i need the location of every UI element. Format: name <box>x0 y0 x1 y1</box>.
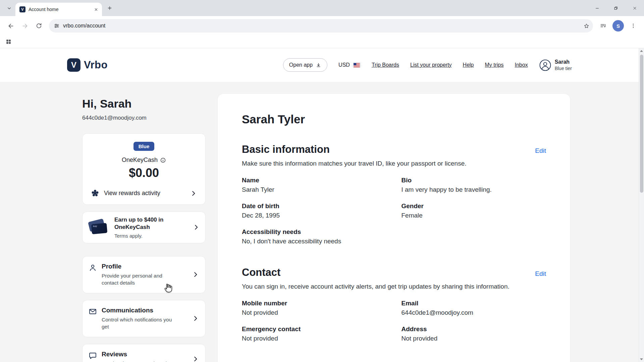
vrbo-favicon-icon: V <box>19 6 25 12</box>
menu-item-subtitle: Provide your personal and contact detail… <box>102 273 179 287</box>
reload-icon <box>36 22 42 29</box>
open-app-button[interactable]: Open app <box>283 58 327 72</box>
field-value: Dec 28, 1995 <box>242 212 387 219</box>
bookmark-button[interactable] <box>581 20 592 31</box>
credit-card-image: Key <box>88 219 109 236</box>
window-minimize-button[interactable] <box>588 0 606 16</box>
section-header: Basic information Edit <box>242 143 546 156</box>
menu-item-text: Reviews Read reviews you've shared <box>102 351 167 362</box>
field-value: 644c0de1@moodjoy.com <box>401 309 546 316</box>
account-sidebar: Hi, Sarah 644c0de1@moodjoy.com Blue OneK… <box>82 94 206 362</box>
restore-icon <box>613 6 619 11</box>
onekey-flower-icon <box>91 189 100 198</box>
star-icon <box>583 23 590 29</box>
apps-grid-icon[interactable] <box>5 39 12 45</box>
browser-tab-account-home[interactable]: V Account home <box>15 3 102 16</box>
reload-button[interactable] <box>32 19 46 33</box>
field-label: Accessibility needs <box>242 228 387 236</box>
field-address: Address Not provided <box>401 325 546 342</box>
chevron-right-icon <box>192 355 199 362</box>
field-mobile-number: Mobile number Not provided <box>242 300 387 316</box>
menu-item-text: Profile Provide your personal and contac… <box>102 263 179 287</box>
minimize-icon <box>595 6 600 11</box>
profile-circle-icon <box>539 59 551 71</box>
new-tab-button[interactable] <box>105 3 115 13</box>
onekeycash-balance: $0.00 <box>90 166 198 180</box>
url-text[interactable]: vrbo.com/account <box>63 23 578 29</box>
view-rewards-activity-label: View rewards activity <box>104 190 160 197</box>
scrollbar-thumb[interactable] <box>640 55 643 193</box>
tab-search-button[interactable] <box>4 3 14 13</box>
scrollbar-down-arrow[interactable] <box>639 357 644 362</box>
field-value: I am very happy to be travelling. <box>401 186 546 193</box>
info-icon[interactable] <box>160 157 166 163</box>
greeting-heading: Hi, Sarah <box>82 97 206 110</box>
nav-my-trips[interactable]: My trips <box>485 62 504 68</box>
scrollbar-up-arrow[interactable] <box>639 48 644 54</box>
section-description: You can sign in, receive account activit… <box>242 283 546 290</box>
back-button[interactable] <box>4 19 17 33</box>
onekeycash-label-row: OneKeyCash <box>90 157 198 164</box>
nav-trip-boards[interactable]: Trip Boards <box>372 62 399 68</box>
nav-inbox[interactable]: Inbox <box>515 62 528 68</box>
tier-badge: Blue <box>133 142 155 151</box>
field-emergency-contact: Emergency contact Not provided <box>242 325 387 342</box>
field-value: Not provided <box>242 335 387 342</box>
page-scrollbar[interactable] <box>639 48 644 362</box>
field-label: Emergency contact <box>242 325 387 333</box>
field-date-of-birth: Date of birth Dec 28, 1995 <box>242 202 387 219</box>
currency-code: USD <box>338 62 350 68</box>
page-viewport: V Vrbo Open app USD Trip Boards List you… <box>0 48 644 362</box>
media-controls-button[interactable] <box>596 19 610 33</box>
onekeycash-promo-card[interactable]: Key Earn up to $400 in OneKeyCash Terms … <box>82 212 206 243</box>
edit-contact-link[interactable]: Edit <box>535 270 546 278</box>
window-controls <box>588 0 644 16</box>
account-email: 644c0de1@moodjoy.com <box>82 115 206 121</box>
nav-list-your-property[interactable]: List your property <box>410 62 452 68</box>
view-rewards-activity-link[interactable]: View rewards activity <box>90 187 198 200</box>
nav-help[interactable]: Help <box>463 62 474 68</box>
sidebar-item-profile[interactable]: Profile Provide your personal and contac… <box>82 256 206 293</box>
currency-selector[interactable]: USD <box>338 62 361 68</box>
credit-card-text: Key <box>93 225 97 228</box>
plus-icon <box>107 5 112 11</box>
rewards-card: Blue OneKeyCash $0.00 View rewards activ… <box>82 133 206 205</box>
field-label: Email <box>401 300 546 307</box>
onekeycash-label: OneKeyCash <box>122 157 158 164</box>
site-settings-icon[interactable] <box>54 23 60 29</box>
media-queue-icon <box>600 22 606 29</box>
field-grid: Name Sarah Tyler Bio I am very happy to … <box>242 177 546 245</box>
account-menu-text: Sarah Blue tier <box>555 59 572 71</box>
vrbo-logo-icon: V <box>67 58 80 72</box>
menu-item-title: Communications <box>102 307 179 314</box>
menu-item-subtitle: Read reviews you've shared <box>102 360 167 362</box>
field-label: Bio <box>401 177 546 184</box>
window-close-button[interactable] <box>625 0 644 16</box>
tab-title: Account home <box>29 7 90 12</box>
menu-item-title: Profile <box>102 263 179 270</box>
vrbo-logo-wordmark: Vrbo <box>84 59 108 71</box>
bookmarks-bar <box>0 36 644 48</box>
edit-basic-information-link[interactable]: Edit <box>535 147 546 155</box>
browser-menu-button[interactable] <box>627 19 640 33</box>
download-icon <box>316 62 321 68</box>
account-menu[interactable]: Sarah Blue tier <box>539 59 572 71</box>
vrbo-logo[interactable]: V Vrbo <box>67 58 108 72</box>
back-arrow-icon <box>7 22 14 29</box>
field-value: Sarah Tyler <box>242 186 387 193</box>
field-grid: Mobile number Not provided Email 644c0de… <box>242 300 546 342</box>
section-header: Contact Edit <box>242 266 546 279</box>
mail-icon <box>89 307 97 316</box>
field-label: Gender <box>401 202 546 210</box>
menu-item-title: Reviews <box>102 351 167 358</box>
sidebar-item-reviews[interactable]: Reviews Read reviews you've shared <box>82 344 206 362</box>
forward-button[interactable] <box>18 19 32 33</box>
us-flag-icon <box>353 63 361 68</box>
kebab-menu-icon <box>630 23 636 29</box>
address-bar[interactable]: vrbo.com/account <box>49 19 593 33</box>
browser-profile-avatar[interactable]: S <box>612 20 624 32</box>
sidebar-item-communications[interactable]: Communications Control which notificatio… <box>82 300 206 337</box>
window-restore-button[interactable] <box>606 0 625 16</box>
field-value: Female <box>401 212 546 219</box>
tab-close-button[interactable] <box>93 6 99 13</box>
